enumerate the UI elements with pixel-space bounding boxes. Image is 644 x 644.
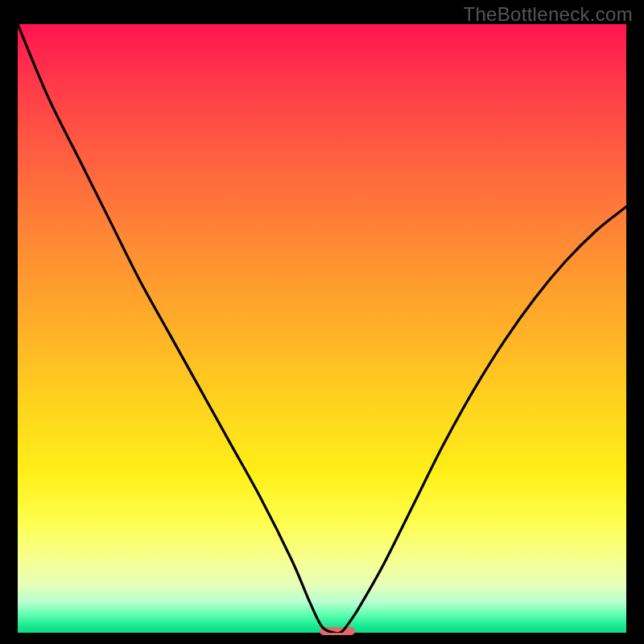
watermark-text: TheBottleneck.com [463,3,633,26]
chart-frame: TheBottleneck.com [0,0,644,644]
plot-area [18,24,626,633]
curve-line [18,24,626,633]
curve-svg [18,24,626,633]
